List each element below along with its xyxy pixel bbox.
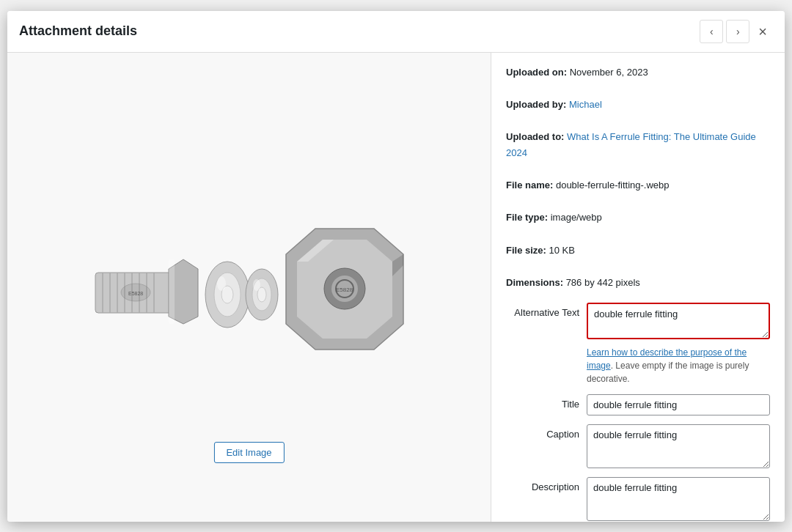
dimensions-label: Dimensions: <box>506 277 563 288</box>
modal-navigation: ‹ › × <box>700 20 773 43</box>
svg-text:E5828: E5828 <box>336 287 353 293</box>
next-button[interactable]: › <box>726 20 749 43</box>
prev-button[interactable]: ‹ <box>700 20 723 43</box>
alt-text-help: Learn how to describe the purpose of the… <box>587 346 770 385</box>
file-type-value: image/webp <box>551 212 602 223</box>
svg-rect-11 <box>169 259 175 324</box>
description-input[interactable] <box>587 477 770 521</box>
svg-point-17 <box>217 276 226 291</box>
modal-header: Attachment details ‹ › × <box>7 11 785 53</box>
file-type-row: File type: image/webp <box>506 210 770 226</box>
caption-input[interactable] <box>587 424 770 468</box>
svg-point-21 <box>253 279 260 291</box>
uploaded-by-link[interactable]: Michael <box>569 99 602 110</box>
close-button[interactable]: × <box>752 21 773 42</box>
image-preview: E5828 <box>44 133 455 441</box>
details-panel: Uploaded on: November 6, 2023 Uploaded b… <box>491 53 785 522</box>
modal-body: E5828 <box>7 53 785 522</box>
caption-label: Caption <box>506 424 579 440</box>
product-image: E5828 <box>51 148 447 426</box>
alt-text-label: Alternative Text <box>506 303 579 318</box>
uploaded-on-value: November 6, 2023 <box>570 67 648 78</box>
dimensions-row: Dimensions: 786 by 442 pixels <box>506 275 770 291</box>
alt-text-help-text: . Leave empty if the image is purely dec… <box>587 361 749 384</box>
uploaded-on-label: Uploaded on: <box>506 67 567 78</box>
file-type-label: File type: <box>506 212 548 223</box>
title-input[interactable] <box>587 394 770 415</box>
modal-title: Attachment details <box>19 23 137 39</box>
alt-text-wrapper: Learn how to describe the purpose of the… <box>587 303 770 385</box>
uploaded-by-label: Uploaded by: <box>506 99 566 110</box>
dimensions-value: 786 by 442 pixels <box>566 277 640 288</box>
uploaded-by-row: Uploaded by: Michael <box>506 97 770 113</box>
alt-text-group: Alternative Text Learn how to describe t… <box>506 303 770 385</box>
image-panel: E5828 <box>7 53 491 522</box>
file-size-label: File size: <box>506 245 546 256</box>
file-name-label: File name: <box>506 180 553 191</box>
edit-image-button[interactable]: Edit Image <box>213 442 284 463</box>
metadata-section: Uploaded on: November 6, 2023 Uploaded b… <box>506 64 770 291</box>
file-size-row: File size: 10 KB <box>506 243 770 259</box>
file-size-value: 10 KB <box>549 245 575 256</box>
caption-group: Caption <box>506 424 770 468</box>
alt-text-input[interactable] <box>587 303 770 339</box>
file-name-row: File name: double-ferrule-fitting-.webp <box>506 177 770 193</box>
svg-text:E5828: E5828 <box>128 291 143 296</box>
uploaded-to-label: Uploaded to: <box>506 131 564 142</box>
uploaded-to-row: Uploaded to: What Is A Ferrule Fitting: … <box>506 129 770 161</box>
uploaded-on-row: Uploaded on: November 6, 2023 <box>506 64 770 81</box>
attachment-details-modal: Attachment details ‹ › × <box>7 11 785 522</box>
description-group: Description <box>506 477 770 521</box>
file-name-value: double-ferrule-fitting-.webp <box>556 180 670 191</box>
title-label: Title <box>506 394 579 410</box>
description-label: Description <box>506 477 579 492</box>
title-group: Title <box>506 394 770 415</box>
